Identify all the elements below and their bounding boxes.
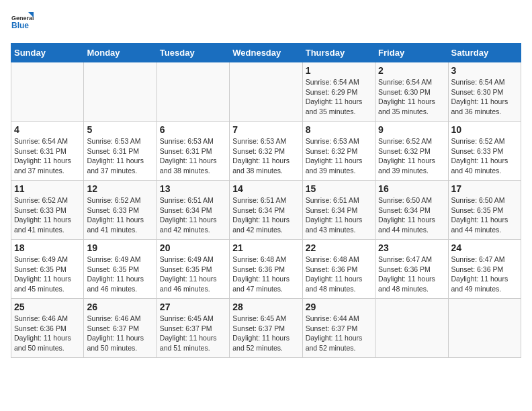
header-cell-thursday: Thursday: [302, 44, 375, 62]
day-number: 27: [160, 302, 226, 312]
day-number: 20: [160, 242, 226, 253]
week-row-4: 18Sunrise: 6:49 AM Sunset: 6:35 PM Dayli…: [11, 240, 521, 299]
week-row-2: 4Sunrise: 6:54 AM Sunset: 6:31 PM Daylig…: [11, 122, 521, 181]
day-cell: [230, 62, 302, 122]
day-info: Sunrise: 6:52 AM Sunset: 6:33 PM Dayligh…: [87, 195, 153, 235]
day-number: 26: [87, 302, 153, 312]
day-info: Sunrise: 6:54 AM Sunset: 6:30 PM Dayligh…: [451, 77, 518, 117]
day-cell: 23Sunrise: 6:47 AM Sunset: 6:36 PM Dayli…: [375, 240, 448, 299]
day-cell: [448, 299, 521, 358]
day-info: Sunrise: 6:44 AM Sunset: 6:37 PM Dayligh…: [306, 314, 372, 353]
day-info: Sunrise: 6:49 AM Sunset: 6:35 PM Dayligh…: [160, 255, 226, 294]
day-number: 29: [306, 302, 372, 312]
header-cell-friday: Friday: [375, 44, 448, 62]
day-number: 6: [160, 124, 226, 135]
day-info: Sunrise: 6:47 AM Sunset: 6:36 PM Dayligh…: [378, 255, 445, 294]
day-cell: 5Sunrise: 6:53 AM Sunset: 6:31 PM Daylig…: [84, 122, 157, 181]
day-number: 21: [232, 242, 299, 253]
day-info: Sunrise: 6:54 AM Sunset: 6:31 PM Dayligh…: [14, 136, 81, 176]
day-info: Sunrise: 6:53 AM Sunset: 6:31 PM Dayligh…: [87, 136, 153, 176]
day-cell: 29Sunrise: 6:44 AM Sunset: 6:37 PM Dayli…: [302, 299, 375, 358]
day-cell: 27Sunrise: 6:45 AM Sunset: 6:37 PM Dayli…: [157, 299, 229, 358]
day-cell: [84, 62, 157, 122]
day-cell: 7Sunrise: 6:53 AM Sunset: 6:32 PM Daylig…: [230, 122, 302, 181]
day-info: Sunrise: 6:53 AM Sunset: 6:32 PM Dayligh…: [306, 136, 372, 176]
day-number: 2: [378, 65, 445, 76]
week-row-1: 1Sunrise: 6:54 AM Sunset: 6:29 PM Daylig…: [11, 62, 521, 122]
logo: General Blue: [11, 11, 35, 35]
day-cell: 15Sunrise: 6:51 AM Sunset: 6:34 PM Dayli…: [302, 181, 375, 240]
day-number: 11: [14, 183, 81, 194]
day-info: Sunrise: 6:52 AM Sunset: 6:32 PM Dayligh…: [378, 136, 445, 176]
day-cell: 17Sunrise: 6:50 AM Sunset: 6:35 PM Dayli…: [448, 181, 521, 240]
day-cell: 28Sunrise: 6:45 AM Sunset: 6:37 PM Dayli…: [230, 299, 302, 358]
day-cell: 24Sunrise: 6:47 AM Sunset: 6:36 PM Dayli…: [448, 240, 521, 299]
svg-text:Blue: Blue: [11, 21, 29, 30]
header-cell-saturday: Saturday: [448, 44, 521, 62]
day-number: 10: [451, 124, 518, 135]
header-cell-wednesday: Wednesday: [230, 44, 302, 62]
day-number: 15: [306, 183, 372, 194]
day-info: Sunrise: 6:51 AM Sunset: 6:34 PM Dayligh…: [232, 195, 299, 235]
day-number: 28: [232, 302, 299, 312]
day-cell: 21Sunrise: 6:48 AM Sunset: 6:36 PM Dayli…: [230, 240, 302, 299]
day-number: 1: [306, 65, 372, 76]
day-cell: [157, 62, 229, 122]
day-cell: [375, 299, 448, 358]
day-info: Sunrise: 6:54 AM Sunset: 6:29 PM Dayligh…: [306, 77, 372, 117]
day-number: 8: [306, 124, 372, 135]
day-cell: 9Sunrise: 6:52 AM Sunset: 6:32 PM Daylig…: [375, 122, 448, 181]
day-number: 23: [378, 242, 445, 253]
day-info: Sunrise: 6:47 AM Sunset: 6:36 PM Dayligh…: [451, 255, 518, 294]
header-row: SundayMondayTuesdayWednesdayThursdayFrid…: [11, 44, 521, 62]
day-cell: 16Sunrise: 6:50 AM Sunset: 6:34 PM Dayli…: [375, 181, 448, 240]
day-info: Sunrise: 6:45 AM Sunset: 6:37 PM Dayligh…: [232, 314, 299, 353]
day-cell: 12Sunrise: 6:52 AM Sunset: 6:33 PM Dayli…: [84, 181, 157, 240]
week-row-5: 25Sunrise: 6:46 AM Sunset: 6:36 PM Dayli…: [11, 299, 521, 358]
day-number: 9: [378, 124, 445, 135]
day-cell: 13Sunrise: 6:51 AM Sunset: 6:34 PM Dayli…: [157, 181, 229, 240]
day-number: 16: [378, 183, 445, 194]
day-info: Sunrise: 6:46 AM Sunset: 6:36 PM Dayligh…: [14, 314, 81, 353]
day-number: 7: [232, 124, 299, 135]
day-info: Sunrise: 6:51 AM Sunset: 6:34 PM Dayligh…: [160, 195, 226, 235]
day-number: 12: [87, 183, 153, 194]
day-number: 25: [14, 302, 81, 312]
day-info: Sunrise: 6:48 AM Sunset: 6:36 PM Dayligh…: [232, 255, 299, 294]
day-number: 13: [160, 183, 226, 194]
day-info: Sunrise: 6:54 AM Sunset: 6:30 PM Dayligh…: [378, 77, 445, 117]
day-number: 18: [14, 242, 81, 253]
header-cell-sunday: Sunday: [11, 44, 84, 62]
week-row-3: 11Sunrise: 6:52 AM Sunset: 6:33 PM Dayli…: [11, 181, 521, 240]
day-info: Sunrise: 6:50 AM Sunset: 6:34 PM Dayligh…: [378, 195, 445, 235]
day-cell: 2Sunrise: 6:54 AM Sunset: 6:30 PM Daylig…: [375, 62, 448, 122]
day-info: Sunrise: 6:53 AM Sunset: 6:32 PM Dayligh…: [232, 136, 299, 176]
day-cell: 19Sunrise: 6:49 AM Sunset: 6:35 PM Dayli…: [84, 240, 157, 299]
day-info: Sunrise: 6:46 AM Sunset: 6:37 PM Dayligh…: [87, 314, 153, 353]
day-cell: 18Sunrise: 6:49 AM Sunset: 6:35 PM Dayli…: [11, 240, 84, 299]
day-cell: 22Sunrise: 6:48 AM Sunset: 6:36 PM Dayli…: [302, 240, 375, 299]
calendar-body: 1Sunrise: 6:54 AM Sunset: 6:29 PM Daylig…: [11, 62, 521, 358]
day-number: 22: [306, 242, 372, 253]
day-number: 3: [451, 65, 518, 76]
day-number: 14: [232, 183, 299, 194]
day-info: Sunrise: 6:53 AM Sunset: 6:31 PM Dayligh…: [160, 136, 226, 176]
day-number: 5: [87, 124, 153, 135]
header-cell-tuesday: Tuesday: [157, 44, 229, 62]
day-info: Sunrise: 6:52 AM Sunset: 6:33 PM Dayligh…: [14, 195, 81, 235]
day-cell: 3Sunrise: 6:54 AM Sunset: 6:30 PM Daylig…: [448, 62, 521, 122]
logo-svg: General Blue: [11, 11, 35, 35]
calendar-table: SundayMondayTuesdayWednesdayThursdayFrid…: [11, 43, 521, 358]
day-cell: 4Sunrise: 6:54 AM Sunset: 6:31 PM Daylig…: [11, 122, 84, 181]
day-number: 19: [87, 242, 153, 253]
day-cell: 11Sunrise: 6:52 AM Sunset: 6:33 PM Dayli…: [11, 181, 84, 240]
day-number: 24: [451, 242, 518, 253]
day-cell: [11, 62, 84, 122]
header-cell-monday: Monday: [84, 44, 157, 62]
day-number: 17: [451, 183, 518, 194]
day-cell: 25Sunrise: 6:46 AM Sunset: 6:36 PM Dayli…: [11, 299, 84, 358]
page-header: General Blue: [11, 11, 521, 35]
day-cell: 14Sunrise: 6:51 AM Sunset: 6:34 PM Dayli…: [230, 181, 302, 240]
day-number: 4: [14, 124, 81, 135]
day-cell: 20Sunrise: 6:49 AM Sunset: 6:35 PM Dayli…: [157, 240, 229, 299]
